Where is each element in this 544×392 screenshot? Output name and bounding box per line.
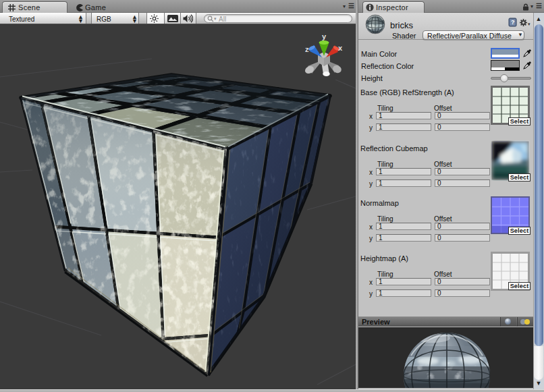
svg-text:x: x [338, 44, 343, 52]
svg-text:y: y [322, 32, 327, 40]
svg-text:?: ? [511, 19, 515, 26]
svg-text:z: z [305, 45, 309, 53]
